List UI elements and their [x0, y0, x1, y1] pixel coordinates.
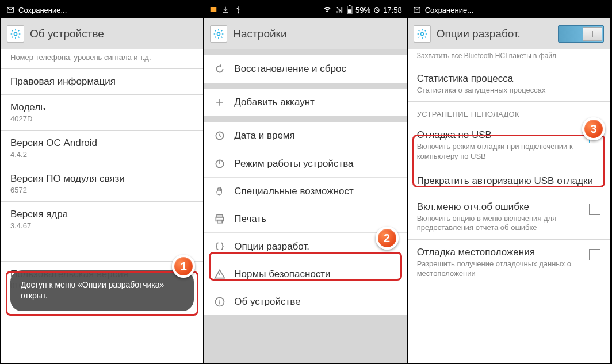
checkbox-bugreport[interactable]	[589, 204, 600, 215]
phone-panel-3: Сохранение... Опции разработ. I Захватит…	[408, 1, 611, 363]
svg-point-16	[219, 299, 220, 300]
download-icon	[221, 6, 231, 14]
topbar: Опции разработ. I	[408, 18, 610, 49]
list-item-accessibility[interactable]: Специальные возможност	[204, 177, 406, 205]
topbar: Об устройстве	[1, 18, 203, 49]
info-icon	[213, 296, 226, 308]
step-badge-2: 2	[376, 227, 399, 250]
statusbar-text: Сохранение...	[18, 6, 67, 14]
bluetooth-hci-sub: Захватить все Bluetooth HCI пакеты в фай…	[408, 49, 610, 66]
statusbar: 59% 17:58	[204, 1, 406, 18]
settings-gear-icon[interactable]	[210, 25, 227, 43]
clock-text: 17:58	[383, 6, 402, 14]
list-item-add-account[interactable]: Добавить аккаунт	[204, 89, 406, 116]
header-sub: Номер телефона, уровень сигнала и т.д.	[1, 49, 203, 68]
svg-point-18	[420, 32, 423, 35]
list-item-backup-reset[interactable]: Восстановление и сброс	[204, 55, 406, 83]
list-item-about[interactable]: Об устройстве	[204, 288, 406, 315]
page-title: Опции разработ.	[437, 28, 521, 40]
list-item-baseband[interactable]: Версия ПО модуля связи 6572	[1, 166, 203, 201]
sms-icon	[209, 6, 218, 14]
print-icon	[213, 213, 226, 225]
list-item-legal[interactable]: Правовая информация	[1, 68, 203, 94]
plus-icon	[213, 96, 226, 109]
topbar: Настройки	[204, 18, 406, 49]
phone-panel-2: 59% 17:58 Настройки Восстановление и сбр…	[204, 1, 407, 363]
statusbar: Сохранение...	[1, 1, 203, 18]
clock-icon	[213, 129, 226, 142]
content[interactable]: Восстановление и сброс Добавить аккаунт …	[204, 49, 406, 363]
svg-point-1	[14, 32, 17, 35]
battery-pct: 59%	[355, 6, 370, 14]
power-icon	[213, 158, 226, 170]
section-heading: УСТРАНЕНИЕ НЕПОЛАДОК	[408, 101, 610, 122]
list-item-print[interactable]: Печать	[204, 205, 406, 232]
wifi-icon	[322, 6, 332, 14]
list-item-model[interactable]: Модель 4027D	[1, 94, 203, 130]
list-item-mock-location[interactable]: Отладка местоположения Разрешить получен…	[408, 239, 610, 285]
settings-gear-icon[interactable]	[7, 25, 24, 43]
list-item-usb-debugging[interactable]: Отладка по USB Включить режим отладки пр…	[408, 122, 610, 168]
signal-icon	[335, 6, 344, 14]
list-item-power-mode[interactable]: Режим работы устройства	[204, 150, 406, 177]
statusbar: Сохранение...	[408, 1, 610, 18]
toast-developer-unlocked: Доступ к меню «Опции разработчика» откры…	[10, 270, 194, 311]
usb-icon	[234, 6, 243, 14]
list-item-bugreport-menu[interactable]: Вкл.меню отч.об ошибке Включить опцию в …	[408, 194, 610, 240]
alarm-icon	[373, 6, 381, 14]
restore-icon	[213, 63, 226, 75]
list-item-kernel[interactable]: Версия ядра 3.4.67	[1, 201, 203, 237]
svg-rect-7	[348, 9, 351, 13]
page-title: Настройки	[233, 28, 286, 40]
phone-panel-1: Сохранение... Об устройстве Номер телефо…	[1, 1, 204, 363]
content: Номер телефона, уровень сигнала и т.д. П…	[1, 49, 203, 363]
statusbar-text: Сохранение...	[425, 6, 473, 14]
svg-rect-2	[211, 7, 217, 12]
braces-icon	[213, 240, 226, 253]
svg-point-9	[217, 32, 220, 35]
list-item-android-version[interactable]: Версия ОС Android 4.4.2	[1, 130, 203, 166]
svg-point-3	[238, 12, 239, 13]
master-toggle[interactable]: I	[558, 25, 604, 43]
list-item-process-stats[interactable]: Статистика процесса Статистика о запущен…	[408, 66, 610, 101]
list-item-safety[interactable]: Нормы безопасности	[204, 260, 406, 288]
save-icon	[412, 6, 422, 14]
checkbox-mock-location[interactable]	[589, 249, 600, 260]
warning-icon	[213, 268, 226, 281]
page-title: Об устройстве	[30, 28, 104, 40]
battery-icon	[346, 5, 353, 14]
list-item-date-time[interactable]: Дата и время	[204, 122, 406, 150]
list-item-revoke-usb[interactable]: Прекратить авторизацию USB отладки	[408, 168, 610, 194]
settings-gear-icon[interactable]	[414, 25, 431, 43]
step-badge-3: 3	[582, 117, 605, 140]
content[interactable]: Захватить все Bluetooth HCI пакеты в фай…	[408, 49, 610, 363]
hand-icon	[213, 185, 226, 198]
svg-rect-6	[349, 5, 350, 6]
save-icon	[6, 6, 15, 14]
